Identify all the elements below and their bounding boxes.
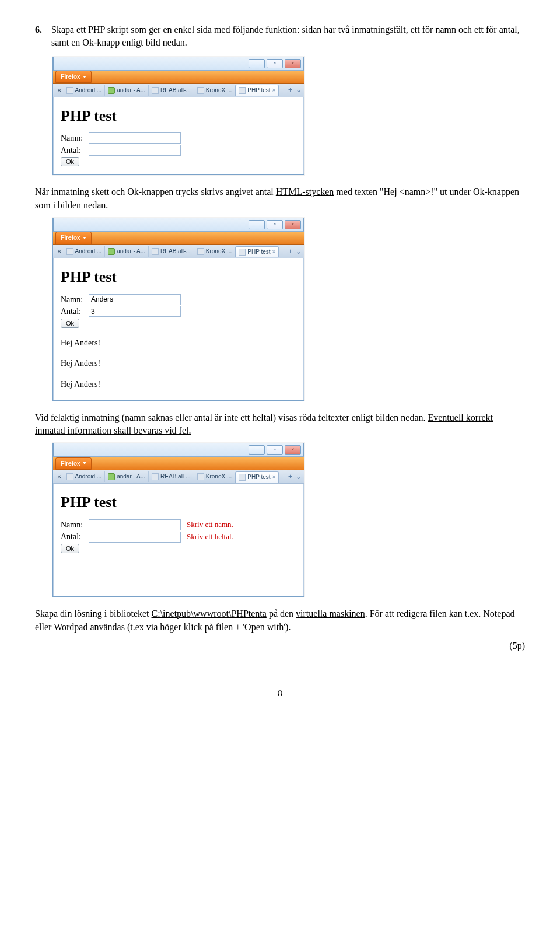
antal-label: Antal: [61,531,89,543]
tab-bar: « Android ... andar - A... REAB all-... … [53,84,304,97]
text-segment: på den [267,609,296,618]
tab-bar: « Android ... andar - A... REAB all-... … [53,245,304,258]
page-icon [108,473,115,480]
firefox-label: Firefox [61,459,80,468]
tab-reab[interactable]: REAB all-... [149,471,194,482]
page-content: PHP test Namn: Antal: Ok Hej Anders! Hej… [53,258,304,400]
window-titlebar: — ▫ × [53,57,304,71]
tab-andar[interactable]: andar - A... [105,246,149,257]
browser-window-2: — ▫ × Firefox « Android ... andar - A...… [52,218,304,400]
ok-button[interactable]: Ok [61,157,79,166]
tab-kronox[interactable]: KronoX ... [194,471,235,482]
window-titlebar: — ▫ × [53,443,304,457]
page-icon [66,473,74,480]
question-number: 6. [35,23,51,50]
tab-list-button[interactable]: ⌄ [296,85,302,95]
tab-phptest[interactable]: PHP test × [235,246,279,257]
tab-list-button[interactable]: ⌄ [296,472,302,482]
close-tab-icon[interactable]: × [272,248,276,256]
tab-kronox[interactable]: KronoX ... [194,246,235,257]
tab-android[interactable]: Android ... [64,246,106,257]
page-icon [152,248,159,255]
minimize-button[interactable]: — [249,220,265,229]
antal-label: Antal: [61,306,89,317]
page-icon [66,87,74,94]
text-segment: Vid felaktig inmatning (namn saknas elle… [35,413,428,422]
close-button[interactable]: × [285,220,301,229]
page-icon [108,87,115,94]
chevron-down-icon [83,76,86,78]
tab-overflow-left[interactable]: « [55,473,64,481]
greeting-output: Hej Anders! [61,358,296,369]
firefox-menu-bar: Firefox [53,71,304,84]
namn-input[interactable] [89,132,181,144]
page-icon [152,87,159,94]
paragraph-error: Vid felaktig inmatning (namn saknas elle… [35,411,525,438]
close-button[interactable]: × [285,59,301,68]
page-content: PHP test Namn: Antal: Ok [53,97,304,175]
error-namn: Skriv ett namn. [187,519,233,530]
new-tab-button[interactable]: + [288,247,292,257]
greeting-output: Hej Anders! [61,337,296,349]
maximize-button[interactable]: ▫ [267,220,283,229]
tab-list-button[interactable]: ⌄ [296,247,302,257]
tab-label: KronoX ... [206,86,232,95]
browser-window-1: — ▫ × Firefox « Android ... andar - A...… [52,57,304,176]
firefox-menu-button[interactable]: Firefox [55,232,92,244]
maximize-button[interactable]: ▫ [267,59,283,68]
page-icon [239,87,246,94]
tab-label: Android ... [75,247,102,256]
ok-button[interactable]: Ok [61,319,79,328]
close-button[interactable]: × [285,445,301,455]
firefox-menu-button[interactable]: Firefox [55,457,92,470]
tab-label: andar - A... [117,473,145,481]
tab-andar[interactable]: andar - A... [105,471,149,482]
antal-input[interactable] [89,145,181,156]
tab-andar[interactable]: andar - A... [105,85,149,96]
tab-android[interactable]: Android ... [64,471,106,482]
maximize-button[interactable]: ▫ [267,445,283,455]
tab-reab[interactable]: REAB all-... [149,85,194,96]
text-segment: Skapa din lösning i biblioteket [35,609,152,618]
ok-button[interactable]: Ok [61,544,79,553]
page-content: PHP test Namn:Skriv ett namn. Antal:Skri… [53,484,304,596]
tab-phptest[interactable]: PHP test × [235,85,279,96]
page-icon [197,248,204,255]
score: (5p) [35,640,525,652]
page-icon [239,249,246,256]
firefox-menu-bar: Firefox [53,232,304,245]
new-tab-button[interactable]: + [288,472,292,482]
chevron-down-icon [83,237,86,239]
minimize-button[interactable]: — [249,59,265,68]
minimize-button[interactable]: — [249,445,265,455]
close-tab-icon[interactable]: × [272,473,276,481]
tab-android[interactable]: Android ... [64,85,106,96]
window-titlebar: — ▫ × [53,218,304,232]
page-icon [239,474,246,481]
namn-label: Namn: [61,519,89,531]
namn-label: Namn: [61,294,89,306]
antal-input[interactable] [89,532,181,543]
new-tab-button[interactable]: + [288,85,292,95]
firefox-menu-button[interactable]: Firefox [55,71,92,83]
tab-label: Android ... [75,86,102,95]
close-tab-icon[interactable]: × [272,86,276,95]
tab-phptest[interactable]: PHP test × [235,471,279,483]
antal-input[interactable] [89,306,181,317]
tab-reab[interactable]: REAB all-... [149,246,194,257]
namn-input[interactable] [89,294,181,305]
tab-label: REAB all-... [160,473,191,481]
tab-overflow-left[interactable]: « [55,86,64,95]
tab-label: REAB all-... [160,247,191,256]
firefox-label: Firefox [61,233,80,242]
chevron-down-icon [83,462,86,464]
page-number: 8 [35,687,525,700]
solution-paragraph: Skapa din lösning i biblioteket C:\inetp… [35,607,525,634]
text-underline: HTML-stycken [276,187,334,197]
namn-label: Namn: [61,132,89,144]
tab-label: PHP test [247,473,270,481]
namn-input[interactable] [89,519,181,530]
tab-overflow-left[interactable]: « [55,247,64,256]
tab-label: REAB all-... [160,86,191,95]
tab-kronox[interactable]: KronoX ... [194,85,235,96]
